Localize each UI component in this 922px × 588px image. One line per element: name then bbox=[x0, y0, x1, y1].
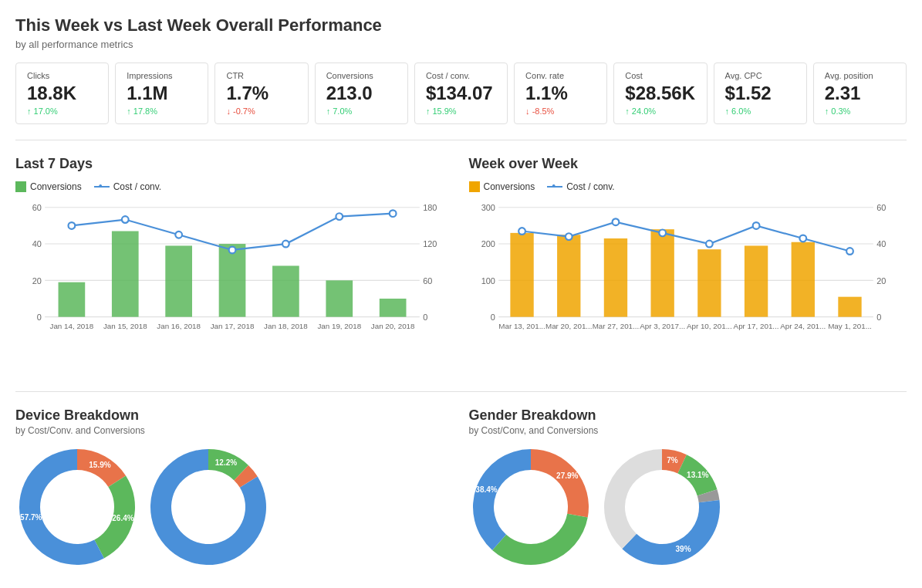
svg-point-22 bbox=[229, 247, 236, 254]
metric-change: ↑ 17.0% bbox=[27, 106, 97, 116]
svg-rect-50 bbox=[744, 246, 767, 317]
svg-point-56 bbox=[659, 230, 666, 237]
svg-text:60: 60 bbox=[32, 204, 42, 213]
device-breakdown-charts: 15.9%26.4%57.7% 12.2% bbox=[15, 445, 454, 569]
svg-text:Apr 3, 2017...: Apr 3, 2017... bbox=[640, 322, 685, 330]
metric-value: $134.07 bbox=[426, 83, 496, 103]
divider2 bbox=[15, 391, 907, 392]
metric-value: 213.0 bbox=[326, 83, 397, 103]
svg-text:20: 20 bbox=[32, 276, 42, 286]
svg-rect-12 bbox=[59, 282, 86, 317]
svg-text:180: 180 bbox=[423, 204, 437, 213]
gender-breakdown-title: Gender Breakdown bbox=[469, 407, 907, 424]
legend-bar-color bbox=[15, 181, 26, 192]
svg-point-53 bbox=[518, 228, 525, 235]
svg-text:Mar 13, 201...: Mar 13, 201... bbox=[498, 322, 545, 330]
svg-rect-45 bbox=[510, 233, 533, 317]
metric-value: 1.1M bbox=[127, 83, 197, 103]
svg-text:Mar 20, 201...: Mar 20, 201... bbox=[545, 322, 592, 330]
svg-text:Apr 10, 201...: Apr 10, 201... bbox=[686, 322, 731, 330]
svg-text:Jan 18, 2018: Jan 18, 2018 bbox=[264, 322, 308, 330]
gender-breakdown-section: Gender Breakdown by Cost/Conv, and Conve… bbox=[469, 407, 907, 569]
svg-text:Apr 17, 201...: Apr 17, 201... bbox=[733, 322, 778, 330]
metric-label: Impressions bbox=[127, 71, 197, 80]
metric-card-clicks: Clicks 18.8K ↑ 17.0% bbox=[15, 63, 109, 124]
svg-text:26.4%: 26.4% bbox=[112, 515, 133, 523]
svg-text:100: 100 bbox=[481, 276, 495, 286]
wow-legend-bar-item: Conversions bbox=[469, 181, 535, 192]
wow-legend-bar-label: Conversions bbox=[484, 181, 535, 192]
divider bbox=[15, 140, 907, 140]
gender-breakdown-charts: 27.9%38.4% 7%13.1%39% bbox=[469, 445, 907, 569]
svg-point-55 bbox=[612, 219, 619, 226]
metric-value: $28.56K bbox=[625, 83, 695, 103]
svg-text:Jan 19, 2018: Jan 19, 2018 bbox=[317, 322, 361, 330]
wow-legend-bar-color bbox=[469, 181, 480, 192]
breakdown-row: Device Breakdown by Cost/Conv. and Conve… bbox=[15, 407, 907, 569]
wow-svg: 30060200401002000Mar 13, 201...Mar 20, 2… bbox=[469, 198, 907, 368]
metric-change: ↑ 17.8% bbox=[127, 106, 197, 116]
last7days-section: Last 7 Days Conversions Cost / conv. 601… bbox=[15, 156, 454, 368]
svg-rect-48 bbox=[650, 230, 674, 318]
svg-text:Jan 14, 2018: Jan 14, 2018 bbox=[50, 322, 94, 330]
svg-text:Jan 17, 2018: Jan 17, 2018 bbox=[211, 322, 255, 330]
metric-card-cost-conv: Cost / conv. $134.07 ↑ 15.9% bbox=[414, 63, 508, 124]
svg-text:60: 60 bbox=[876, 204, 886, 213]
metric-change: ↑ 6.0% bbox=[725, 106, 795, 116]
device-donut2: 12.2% bbox=[147, 445, 270, 569]
weekoverweek-title: Week over Week bbox=[469, 156, 907, 172]
metric-label: Clicks bbox=[27, 71, 97, 80]
svg-text:27.9%: 27.9% bbox=[556, 472, 578, 481]
svg-rect-13 bbox=[112, 231, 139, 317]
device-breakdown-title: Device Breakdown bbox=[15, 407, 454, 424]
svg-text:15.9%: 15.9% bbox=[89, 461, 110, 469]
svg-point-19 bbox=[69, 222, 76, 229]
metric-card-avg-cpc: Avg. CPC $1.52 ↑ 6.0% bbox=[714, 63, 807, 124]
svg-point-21 bbox=[175, 231, 182, 238]
svg-text:57.7%: 57.7% bbox=[20, 514, 42, 522]
svg-point-59 bbox=[799, 235, 806, 242]
device-donut1: 15.9%26.4%57.7% bbox=[15, 445, 139, 569]
gender-donut1: 27.9%38.4% bbox=[469, 445, 593, 569]
metric-change: ↑ 7.0% bbox=[326, 106, 397, 116]
metric-change: ↓ -0.7% bbox=[226, 106, 296, 116]
legend-bar-label: Conversions bbox=[30, 181, 82, 192]
last7days-chart: 6018040120206000Jan 14, 2018Jan 15, 2018… bbox=[15, 198, 454, 368]
svg-text:300: 300 bbox=[481, 204, 495, 213]
wow-legend-line-item: Cost / conv. bbox=[547, 181, 614, 192]
metric-value: 18.8K bbox=[27, 83, 97, 103]
metric-value: 1.1% bbox=[525, 83, 596, 103]
svg-text:Apr 24, 201...: Apr 24, 201... bbox=[780, 322, 826, 330]
svg-text:40: 40 bbox=[876, 240, 886, 249]
svg-text:120: 120 bbox=[423, 240, 437, 249]
last7days-legend: Conversions Cost / conv. bbox=[15, 181, 454, 192]
svg-point-23 bbox=[282, 241, 289, 248]
svg-rect-15 bbox=[219, 244, 246, 317]
metrics-row: Clicks 18.8K ↑ 17.0% Impressions 1.1M ↑ … bbox=[15, 63, 907, 124]
svg-point-20 bbox=[122, 217, 129, 224]
svg-rect-46 bbox=[557, 235, 580, 317]
metric-card-conv-rate: Conv. rate 1.1% ↓ -8.5% bbox=[514, 63, 607, 124]
charts-row: Last 7 Days Conversions Cost / conv. 601… bbox=[15, 156, 907, 368]
legend-bar-item: Conversions bbox=[15, 181, 82, 192]
svg-point-58 bbox=[752, 222, 759, 229]
metric-value: $1.52 bbox=[725, 83, 795, 103]
metric-label: Avg. CPC bbox=[725, 71, 795, 80]
svg-rect-16 bbox=[272, 266, 299, 317]
legend-line-item: Cost / conv. bbox=[94, 181, 161, 192]
device-breakdown-section: Device Breakdown by Cost/Conv. and Conve… bbox=[15, 407, 454, 569]
metric-card-conversions: Conversions 213.0 ↑ 7.0% bbox=[315, 63, 408, 124]
svg-text:200: 200 bbox=[481, 240, 495, 249]
wow-legend-line-color bbox=[547, 186, 562, 188]
svg-point-57 bbox=[706, 241, 713, 248]
metric-label: Avg. position bbox=[825, 71, 895, 80]
page-subtitle: by all performance metrics bbox=[15, 39, 907, 50]
svg-text:Mar 27, 201...: Mar 27, 201... bbox=[592, 322, 639, 330]
svg-text:Jan 15, 2018: Jan 15, 2018 bbox=[103, 322, 147, 330]
svg-text:Jan 20, 2018: Jan 20, 2018 bbox=[371, 322, 415, 330]
weekoverweek-legend: Conversions Cost / conv. bbox=[469, 181, 907, 192]
svg-text:Jan 16, 2018: Jan 16, 2018 bbox=[157, 322, 201, 330]
metric-card-avg-position: Avg. position 2.31 ↑ 0.3% bbox=[813, 63, 907, 124]
gender-donut2: 7%13.1%39% bbox=[600, 445, 724, 569]
metric-value: 1.7% bbox=[226, 83, 296, 103]
